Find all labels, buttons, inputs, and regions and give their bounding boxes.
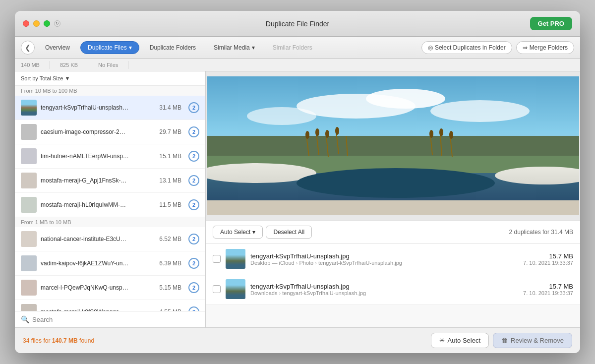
file-thumbnail	[21, 148, 37, 164]
file-size: 29.7 MB	[159, 128, 181, 135]
file-item[interactable]: mostafa-meraji-k0fS9Wenggc-… 4.55 MB 2	[15, 300, 205, 311]
dropdown-arrow-icon-2: ▾	[252, 44, 255, 51]
file-entry[interactable]: tengyart-kSvpTrfhaiU-unsplash.jpg Downlo…	[206, 274, 580, 304]
svg-rect-7	[207, 136, 579, 156]
file-item[interactable]: marcel-l-PQewPJqNKwQ-unsp… 5.15 MB 2	[15, 276, 205, 300]
select-duplicates-button[interactable]: ◎ Select Duplicates in Folder	[421, 41, 512, 54]
search-bar: 🔍	[15, 311, 205, 327]
file-thumbnail	[21, 304, 37, 311]
duplicate-badge: 2	[188, 126, 199, 137]
back-button[interactable]: ❮	[21, 41, 35, 55]
file-thumbnail	[21, 255, 37, 271]
preview-image	[207, 76, 579, 215]
traffic-lights: ↻	[23, 20, 60, 27]
toolbar-right: ◎ Select Duplicates in Folder ⇒ Merge Fo…	[421, 41, 574, 54]
file-thumbnail	[21, 197, 37, 213]
search-input[interactable]	[32, 316, 199, 323]
file-thumbnail	[21, 173, 37, 188]
subtoolbar-size2: 825 KB	[50, 61, 88, 69]
file-item[interactable]: mostafa-meraji-hL0rIquIwMM-… 11.5 MB 2	[15, 193, 205, 217]
file-item[interactable]: tim-hufner-nAMLTEerpWI-unsp… 15.1 MB 2	[15, 144, 205, 169]
search-icon: 🔍	[21, 315, 29, 323]
trash-icon: 🗑	[501, 337, 508, 344]
entry-right: 15.7 MB 7. 10. 2021 19:33:37	[523, 283, 573, 296]
subtoolbar-size3: No Files	[88, 61, 128, 69]
file-thumbnail	[21, 100, 37, 116]
tab-duplicate-files[interactable]: Duplicate Files ▾	[80, 41, 139, 54]
duplicate-badge: 2	[188, 258, 199, 269]
merge-icon: ⇒	[523, 44, 528, 51]
entry-filename: tengyart-kSvpTrfhaiU-unsplash.jpg	[250, 283, 518, 290]
fullscreen-button[interactable]	[44, 20, 50, 27]
file-item[interactable]: mostafa-meraji-G_Apj1FnsSk-… 13.1 MB 2	[15, 169, 205, 193]
close-button[interactable]	[23, 20, 29, 27]
tab-similar-folders[interactable]: Similar Folders	[265, 41, 320, 54]
svg-point-3	[430, 100, 530, 122]
tab-duplicate-folders[interactable]: Duplicate Folders	[142, 41, 203, 54]
svg-point-24	[335, 127, 339, 135]
sort-button[interactable]: Sort by Total Size ▼	[21, 75, 70, 81]
auto-select-label: Auto Select	[220, 229, 250, 236]
entry-size: 15.7 MB	[523, 252, 573, 260]
svg-rect-12	[207, 200, 579, 215]
bottom-right: ✳ Auto Select 🗑 Review & Remove	[431, 333, 572, 348]
file-name: tengyart-kSvpTrfhaiU-unsplash…	[41, 104, 155, 111]
duplicate-count: 2 duplicates for 31.4 MB	[509, 229, 573, 236]
svg-point-26	[439, 128, 443, 136]
duplicate-badge: 2	[188, 234, 199, 244]
entry-size: 15.7 MB	[523, 283, 573, 290]
file-size: 15.1 MB	[159, 153, 181, 160]
file-name: mostafa-meraji-hL0rIquIwMM-…	[41, 201, 155, 208]
entry-thumbnail	[226, 279, 245, 299]
auto-select-button[interactable]: Auto Select ▾	[213, 226, 263, 239]
content-area: Sort by Total Size ▼ From 10 MB to 100 M…	[15, 71, 580, 327]
merge-folders-button[interactable]: ⇒ Merge Folders	[516, 41, 574, 54]
deselect-all-button[interactable]: Deselect All	[266, 226, 312, 239]
file-item[interactable]: vadim-kaipov-f6jkAE1ZWuY-un… 6.39 MB 2	[15, 251, 205, 276]
window-title: Duplicate File Finder	[266, 20, 329, 28]
duplicate-badge: 2	[188, 306, 199, 311]
entry-path: Desktop — iCloud › Photo › tengyart-kSvp…	[250, 260, 518, 266]
minimize-button[interactable]	[33, 20, 40, 27]
file-size: 5.15 MB	[159, 284, 181, 291]
file-name: national-cancer-institute-E3cU…	[41, 236, 155, 243]
file-name: mostafa-meraji-G_Apj1FnsSk-…	[41, 177, 155, 184]
group-label-2: From 1 MB to 10 MB	[15, 217, 205, 227]
review-remove-button[interactable]: 🗑 Review & Remove	[493, 333, 572, 348]
duplicate-badge: 2	[188, 175, 199, 186]
tab-overview[interactable]: Overview	[38, 41, 77, 54]
main-panel: Auto Select ▾ Deselect All 2 duplicates …	[206, 71, 580, 327]
svg-point-25	[429, 130, 433, 138]
svg-point-4	[247, 107, 316, 125]
actions-bar: Auto Select ▾ Deselect All 2 duplicates …	[206, 220, 580, 244]
auto-select-bottom-button[interactable]: ✳ Auto Select	[431, 333, 489, 348]
get-pro-button[interactable]: Get PRO	[530, 17, 572, 30]
group-label-1: From 10 MB to 100 MB	[15, 86, 205, 96]
toolbar: ❮ Overview Duplicate Files ▾ Duplicate F…	[15, 37, 580, 59]
file-item[interactable]: tengyart-kSvpTrfhaiU-unsplash… 31.4 MB 2	[15, 96, 205, 120]
file-entry[interactable]: tengyart-kSvpTrfhaiU-unsplash.jpg Deskto…	[206, 244, 580, 274]
entry-info: tengyart-kSvpTrfhaiU-unsplash.jpg Deskto…	[250, 252, 518, 266]
svg-point-23	[325, 130, 329, 138]
svg-point-11	[297, 168, 495, 198]
sidebar-header: Sort by Total Size ▼	[15, 71, 205, 86]
svg-point-27	[449, 131, 453, 139]
file-thumbnail	[21, 231, 37, 247]
subtoolbar-size1: 140 MB	[21, 61, 50, 69]
file-list: From 10 MB to 100 MB tengyart-kSvpTrfhai…	[15, 86, 205, 311]
entry-info: tengyart-kSvpTrfhaiU-unsplash.jpg Downlo…	[250, 283, 518, 296]
duplicate-badge: 2	[188, 282, 199, 293]
auto-select-star-icon: ✳	[439, 337, 445, 344]
file-checkbox[interactable]	[213, 285, 221, 293]
svg-point-21	[305, 131, 309, 139]
entry-path: Downloads › tengyart-kSvpTrfhaiU-unsplas…	[250, 290, 518, 296]
file-item[interactable]: national-cancer-institute-E3cU… 6.52 MB …	[15, 227, 205, 251]
file-size: 11.5 MB	[159, 201, 181, 208]
file-name: marcel-l-PQewPJqNKwQ-unsp…	[41, 284, 155, 291]
entry-thumbnail	[226, 249, 245, 269]
tab-similar-media[interactable]: Similar Media ▾	[206, 41, 262, 54]
file-checkbox[interactable]	[213, 255, 221, 263]
back-icon: ❮	[25, 44, 31, 52]
file-name: vadim-kaipov-f6jkAE1ZWuY-un…	[41, 260, 155, 267]
file-item[interactable]: caesium-image-compressor-2… 29.7 MB 2	[15, 120, 205, 144]
